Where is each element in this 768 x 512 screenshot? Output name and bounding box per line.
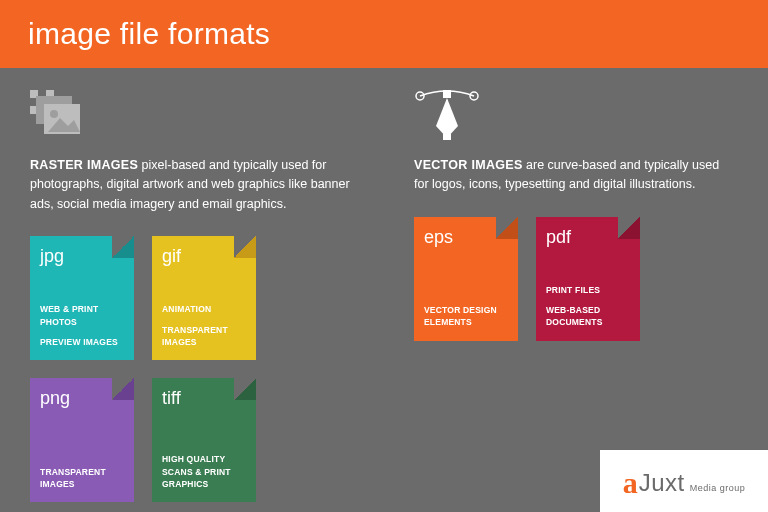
raster-card-jpg: jpgWEB & PRINT PHOTOSPREVIEW IMAGES [30, 236, 134, 360]
format-uses: VECTOR DESIGN ELEMENTS [424, 296, 508, 329]
vector-card-eps: epsVECTOR DESIGN ELEMENTS [414, 217, 518, 341]
format-uses: WEB & PRINT PHOTOSPREVIEW IMAGES [40, 295, 124, 348]
page-title: image file formats [28, 17, 270, 51]
raster-heading: RASTER IMAGES [30, 158, 138, 172]
vector-card-pdf: pdfPRINT FILESWEB-BASED DOCUMENTS [536, 217, 640, 341]
vector-cards: epsVECTOR DESIGN ELEMENTSpdfPRINT FILESW… [414, 217, 674, 341]
logo-sub: Media group [690, 483, 746, 493]
format-label: jpg [40, 246, 124, 267]
raster-column: RASTER IMAGES pixel-based and typically … [30, 90, 354, 502]
format-uses: HIGH QUALITY SCANS & PRINT GRAPHICS [162, 445, 246, 490]
svg-point-7 [50, 110, 58, 118]
raster-card-tiff: tiffHIGH QUALITY SCANS & PRINT GRAPHICS [152, 378, 256, 502]
vector-heading: VECTOR IMAGES [414, 158, 523, 172]
format-label: pdf [546, 227, 630, 248]
format-uses: TRANSPARENT IMAGES [40, 458, 124, 491]
header-bar: image file formats [0, 0, 768, 68]
format-label: tiff [162, 388, 246, 409]
vector-icon [414, 90, 738, 146]
raster-card-png: pngTRANSPARENT IMAGES [30, 378, 134, 502]
format-label: eps [424, 227, 508, 248]
logo-name: Juxt [639, 469, 685, 497]
raster-icon [30, 90, 354, 146]
format-label: gif [162, 246, 246, 267]
format-uses: ANIMATIONTRANSPARENT IMAGES [162, 295, 246, 348]
raster-cards: jpgWEB & PRINT PHOTOSPREVIEW IMAGESgifAN… [30, 236, 290, 502]
vector-description: VECTOR IMAGES are curve-based and typica… [414, 156, 734, 195]
content-area: RASTER IMAGES pixel-based and typically … [0, 68, 768, 502]
logo-mark: a [623, 466, 638, 500]
raster-description: RASTER IMAGES pixel-based and typically … [30, 156, 350, 214]
svg-rect-13 [443, 134, 451, 140]
brand-logo: a Juxt Media group [600, 450, 768, 512]
svg-marker-12 [436, 98, 458, 138]
format-label: png [40, 388, 124, 409]
format-uses: PRINT FILESWEB-BASED DOCUMENTS [546, 276, 630, 329]
vector-column: VECTOR IMAGES are curve-based and typica… [414, 90, 738, 502]
svg-rect-11 [443, 90, 451, 98]
raster-card-gif: gifANIMATIONTRANSPARENT IMAGES [152, 236, 256, 360]
